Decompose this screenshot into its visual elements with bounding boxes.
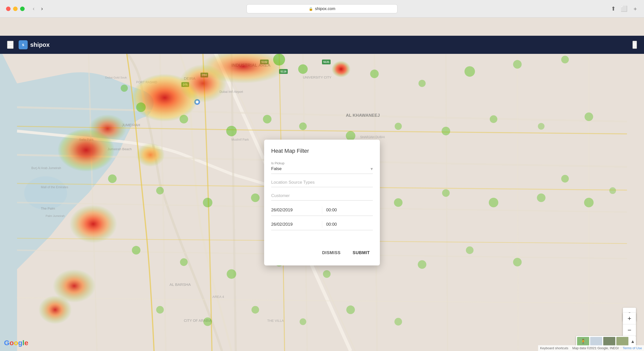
customer-placeholder: Customer	[271, 193, 373, 198]
date-to-row: 26/02/2019 00:00	[271, 221, 373, 230]
modal-actions: DISMISS SUBMIT	[271, 245, 373, 257]
heatmap-filter-modal: Heat Map Filter Is Pickup False ▾ Locati…	[264, 140, 380, 265]
date-from-field[interactable]: 26/02/2019	[271, 207, 322, 214]
nav-buttons: ‹ ›	[31, 5, 45, 13]
browser-chrome: ‹ › 🔒 shipox.com ⬆ ⬜ ＋	[0, 0, 644, 18]
logo-text: shipox	[30, 41, 50, 48]
is-pickup-label: Is Pickup	[271, 161, 373, 165]
dismiss-button[interactable]: DISMISS	[319, 248, 343, 257]
menu-button[interactable]: ☰	[7, 41, 14, 49]
modal-overlay: Heat Map Filter Is Pickup False ▾ Locati…	[0, 54, 644, 351]
map-content: D75 D94 S102 S116 S131 INDUSTRIAL AREA U…	[0, 36, 644, 351]
date-to-field[interactable]: 26/02/2019	[271, 221, 322, 228]
logo-icon: s	[19, 40, 28, 49]
is-pickup-field[interactable]: Is Pickup False ▾	[271, 161, 373, 174]
maximize-traffic-light[interactable]	[20, 7, 25, 11]
chevron-down-icon: ▾	[371, 166, 373, 172]
time-to-value: 00:00	[326, 222, 337, 227]
date-from-row: 26/02/2019 00:00	[271, 207, 373, 216]
app-container: D75 D94 S102 S116 S131 INDUSTRIAL AREA U…	[0, 18, 644, 351]
location-source-types-placeholder: Location Source Types	[271, 180, 373, 185]
minimize-traffic-light[interactable]	[13, 7, 18, 11]
date-from-value: 26/02/2019	[271, 208, 293, 212]
share-button[interactable]: ⬆	[611, 6, 616, 12]
logo-letter: s	[22, 43, 24, 47]
extensions-button[interactable]: ⬜	[621, 6, 627, 12]
traffic-lights	[6, 7, 25, 11]
forward-button[interactable]: ›	[39, 5, 45, 13]
logo-container: s shipox	[19, 40, 50, 49]
time-to-field[interactable]: 00:00	[326, 221, 373, 228]
lock-icon: 🔒	[309, 7, 313, 11]
modal-title: Heat Map Filter	[271, 148, 373, 154]
new-tab-button[interactable]: ＋	[632, 5, 638, 13]
time-from-field[interactable]: 00:00	[326, 207, 373, 214]
nav-right: ≡	[632, 41, 637, 49]
top-nav: ☰ s shipox ≡	[0, 36, 644, 54]
date-to-value: 26/02/2019	[271, 222, 293, 227]
options-button[interactable]: ≡	[632, 41, 637, 49]
time-from-value: 00:00	[326, 208, 337, 212]
is-pickup-value[interactable]: False ▾	[271, 166, 373, 172]
close-traffic-light[interactable]	[6, 7, 11, 11]
address-bar[interactable]: 🔒 shipox.com	[247, 4, 397, 13]
back-button[interactable]: ‹	[31, 5, 36, 13]
url-text: shipox.com	[315, 7, 335, 11]
is-pickup-selected: False	[271, 166, 282, 171]
browser-actions: ⬆ ⬜ ＋	[611, 5, 638, 13]
spacer	[271, 235, 373, 239]
customer-field[interactable]: Customer	[271, 193, 373, 201]
location-source-types-field[interactable]: Location Source Types	[271, 180, 373, 187]
submit-button[interactable]: SUBMIT	[350, 248, 373, 257]
